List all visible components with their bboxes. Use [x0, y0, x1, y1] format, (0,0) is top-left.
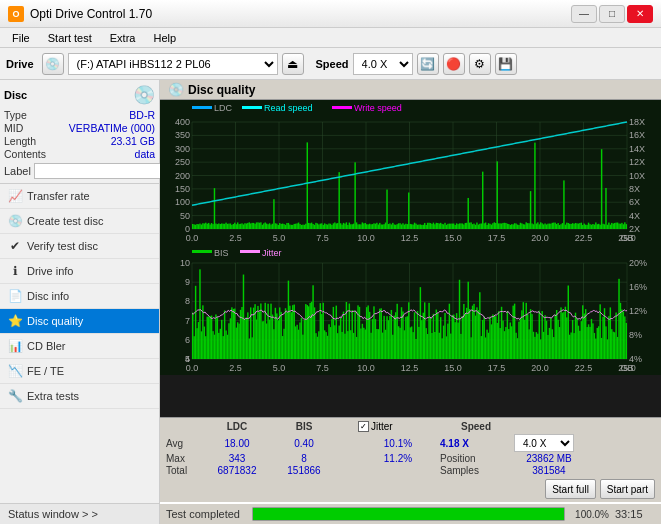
progress-percent: 100.0% [571, 509, 609, 520]
stats-speed-select[interactable]: 4.0 X [514, 434, 574, 452]
nav-extra-tests[interactable]: 🔧 Extra tests [0, 384, 159, 409]
nav-cd-bler[interactable]: 📊 CD Bler [0, 334, 159, 359]
speed-select[interactable]: 4.0 X [353, 53, 413, 75]
samples-label: Samples [440, 465, 472, 476]
nav-fe-te[interactable]: 📉 FE / TE [0, 359, 159, 384]
avg-bis: 0.40 [274, 438, 334, 449]
nav-disc-quality-label: Disc quality [27, 315, 83, 327]
status-window-button[interactable]: Status window > > [0, 503, 159, 524]
disc-label-row: Label 🔍 [4, 163, 155, 179]
disc-mid-value: VERBATIMe (000) [69, 122, 155, 134]
max-jitter: 11.2% [358, 453, 438, 464]
disc-type-row: Type BD-R [4, 109, 155, 121]
nav-cd-bler-label: CD Bler [27, 340, 66, 352]
minimize-button[interactable]: — [571, 5, 597, 23]
nav-disc-quality[interactable]: ⭐ Disc quality [0, 309, 159, 334]
nav-items: 📈 Transfer rate 💿 Create test disc ✔ Ver… [0, 184, 159, 503]
stats-footer: LDC BIS ✓ Jitter Speed Avg 18.00 0.40 10… [160, 417, 661, 502]
position-value: 23862 MB [514, 453, 584, 464]
disc-section-title: Disc [4, 89, 27, 101]
close-button[interactable]: ✕ [627, 5, 653, 23]
total-label: Total [166, 465, 198, 476]
lower-chart [160, 245, 661, 375]
cd-bler-icon: 📊 [8, 339, 22, 353]
nav-fe-te-label: FE / TE [27, 365, 64, 377]
eject-button[interactable]: ⏏ [282, 53, 304, 75]
disc-contents-row: Contents data [4, 148, 155, 160]
left-panel: Disc 💿 Type BD-R MID VERBATIMe (000) Len… [0, 80, 160, 524]
app-icon: O [8, 6, 24, 22]
disc-contents-label: Contents [4, 148, 46, 160]
settings-button[interactable]: ⚙ [469, 53, 491, 75]
speed-col-header: Speed [440, 421, 512, 432]
jitter-check[interactable]: ✓ Jitter [358, 421, 438, 432]
disc-quality-icon: ⭐ [8, 314, 22, 328]
disc-section: Disc 💿 Type BD-R MID VERBATIMe (000) Len… [0, 80, 159, 184]
verify-test-disc-icon: ✔ [8, 239, 22, 253]
bottom-status-bar: Test completed 100.0% 33:15 [160, 502, 661, 524]
avg-jitter: 10.1% [358, 438, 438, 449]
disc-mid-row: MID VERBATIMe (000) [4, 122, 155, 134]
nav-transfer-rate-label: Transfer rate [27, 190, 90, 202]
menu-file[interactable]: File [4, 31, 38, 45]
chart-header-icon: 💿 [168, 82, 184, 97]
drive-info-icon: ℹ [8, 264, 22, 278]
disc-label-input[interactable] [34, 163, 167, 179]
disc-length-label: Length [4, 135, 36, 147]
menu-help[interactable]: Help [145, 31, 184, 45]
start-part-button[interactable]: Start part [600, 479, 655, 499]
nav-create-test-disc-label: Create test disc [27, 215, 103, 227]
window-title: Opti Drive Control 1.70 [30, 7, 152, 21]
menu-start-test[interactable]: Start test [40, 31, 100, 45]
avg-label: Avg [166, 438, 198, 449]
position-label: Position [440, 453, 472, 464]
nav-verify-test-disc-label: Verify test disc [27, 240, 98, 252]
nav-drive-info[interactable]: ℹ Drive info [0, 259, 159, 284]
drive-select[interactable]: (F:) ATAPI iHBS112 2 PL06 [68, 53, 278, 75]
progress-bar [252, 507, 565, 521]
disc-type-value: BD-R [129, 109, 155, 121]
menu-extra[interactable]: Extra [102, 31, 144, 45]
window-controls: — □ ✕ [571, 5, 653, 23]
nav-transfer-rate[interactable]: 📈 Transfer rate [0, 184, 159, 209]
refresh-button[interactable]: 🔄 [417, 53, 439, 75]
menu-bar: File Start test Extra Help [0, 28, 661, 48]
transfer-rate-icon: 📈 [8, 189, 22, 203]
time-display: 33:15 [615, 508, 655, 520]
chart-header: 💿 Disc quality [160, 80, 661, 100]
toolbar: Drive 💿 (F:) ATAPI iHBS112 2 PL06 ⏏ Spee… [0, 48, 661, 80]
nav-create-test-disc[interactable]: 💿 Create test disc [0, 209, 159, 234]
max-label: Max [166, 453, 198, 464]
jitter-checkbox[interactable]: ✓ [358, 421, 369, 432]
jitter-label: Jitter [371, 421, 393, 432]
disc-mid-label: MID [4, 122, 23, 134]
max-ldc: 343 [202, 453, 272, 464]
save-button[interactable]: 💾 [495, 53, 517, 75]
ldc-header: LDC [202, 421, 272, 432]
nav-extra-tests-label: Extra tests [27, 390, 79, 402]
burn-button[interactable]: 🔴 [443, 53, 465, 75]
start-full-button[interactable]: Start full [545, 479, 596, 499]
title-bar: O Opti Drive Control 1.70 — □ ✕ [0, 0, 661, 28]
bis-header: BIS [274, 421, 334, 432]
disc-label-key: Label [4, 165, 31, 177]
fe-te-icon: 📉 [8, 364, 22, 378]
status-completed-text: Test completed [166, 508, 246, 520]
charts-container [160, 100, 661, 417]
chart-title: Disc quality [188, 83, 255, 97]
disc-length-row: Length 23.31 GB [4, 135, 155, 147]
main-layout: Disc 💿 Type BD-R MID VERBATIMe (000) Len… [0, 80, 661, 524]
samples-value: 381584 [514, 465, 584, 476]
disc-contents-value: data [135, 148, 155, 160]
disc-type-label: Type [4, 109, 27, 121]
drive-icon-btn[interactable]: 💿 [42, 53, 64, 75]
disc-icon: 💿 [133, 84, 155, 106]
disc-info-icon: 📄 [8, 289, 22, 303]
maximize-button[interactable]: □ [599, 5, 625, 23]
nav-drive-info-label: Drive info [27, 265, 73, 277]
nav-disc-info[interactable]: 📄 Disc info [0, 284, 159, 309]
nav-verify-test-disc[interactable]: ✔ Verify test disc [0, 234, 159, 259]
avg-ldc: 18.00 [202, 438, 272, 449]
speed-label: Speed [316, 58, 349, 70]
create-test-disc-icon: 💿 [8, 214, 22, 228]
